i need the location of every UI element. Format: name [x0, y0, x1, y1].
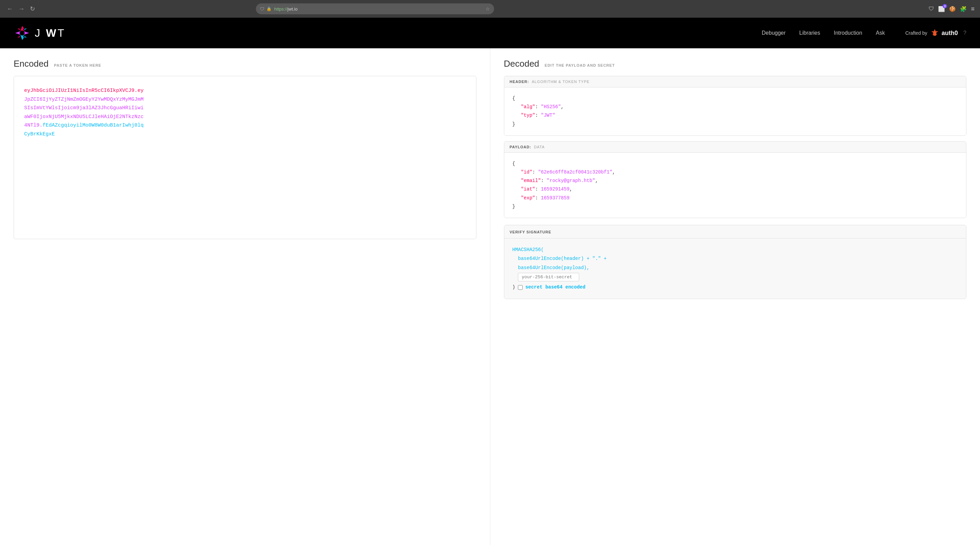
token-part-1: eyJhbGciOiJIUzI1NiIsInR5cCI6IkpXVCJ9.: [24, 88, 137, 94]
https-prefix: https://: [274, 6, 288, 11]
puzzle-icon[interactable]: 🧩: [960, 6, 967, 12]
logo-text: J WT: [35, 27, 66, 40]
token-part-6: 4NTl9.: [24, 122, 43, 128]
payload-open-brace: {: [512, 161, 515, 166]
payload-panel-body[interactable]: { "id": "62e6c6ff8a2cf0041c320bf1", "ema…: [504, 153, 966, 218]
payload-panel-header: PAYLOAD: DATA: [504, 141, 966, 153]
sig-body: HMACSHA256( base64UrlEncode(header) + ".…: [504, 238, 966, 299]
shield-icon: 🛡: [260, 6, 264, 11]
token-part-7: fEdAZcgqioyilMo0W8W0duB1arIwhj0lq: [43, 122, 143, 128]
exp-key: "exp": [521, 195, 535, 201]
id-key: "id": [521, 169, 533, 175]
token-part-3: JpZCI6IjYyZTZjNmZmOGEyY2YwMDQxYzMyMGJmM: [24, 97, 143, 102]
payload-close-brace: }: [512, 204, 515, 209]
base64-checkbox[interactable]: [518, 285, 523, 290]
encoded-section: Encoded PASTE A TOKEN HERE eyJhbGciOiJIU…: [0, 48, 490, 545]
header-panel-header: HEADER: ALGORITHM & TOKEN TYPE: [504, 76, 966, 87]
secret-input[interactable]: [518, 273, 579, 281]
browser-nav-buttons: ← → ↻: [5, 4, 37, 14]
menu-icon[interactable]: ≡: [971, 5, 975, 13]
badge-count: 8: [943, 4, 947, 8]
base64-row: ) secret base64 encoded: [512, 283, 958, 292]
base64-label: secret base64 encoded: [525, 283, 585, 292]
sig-line3: base64UrlEncode(payload),: [518, 265, 589, 270]
token-box[interactable]: eyJhbGciOiJIUzI1NiIsInR5cCI6IkpXVCJ9.ey …: [14, 76, 476, 239]
browser-right-icons: 🛡 ⬜ 8 🍪 🧩 ≡: [929, 5, 975, 13]
encoded-title: Encoded: [14, 59, 49, 69]
star-icon[interactable]: ☆: [485, 6, 490, 11]
jwt-logo-icon: [14, 24, 30, 41]
address-text: https://jwt.io: [274, 6, 483, 11]
nav-debugger[interactable]: Debugger: [762, 30, 786, 36]
decoded-title: Decoded: [504, 59, 539, 69]
svg-rect-6: [933, 32, 936, 36]
decoded-section: Decoded EDIT THE PAYLOAD AND SECRET HEAD…: [490, 48, 980, 545]
nav-ask[interactable]: Ask: [876, 30, 885, 36]
jwt-header: J WT Debugger Libraries Introduction Ask…: [0, 18, 980, 48]
payload-panel: PAYLOAD: DATA { "id": "62e6c6ff8a2cf0041…: [504, 141, 967, 218]
address-bar-icons: 🛡 🔒: [260, 6, 272, 11]
payload-panel-subtitle: DATA: [534, 145, 545, 149]
token-part-2: ey: [137, 88, 143, 94]
header-close-brace: }: [512, 121, 515, 127]
header-panel-title: HEADER:: [510, 79, 529, 84]
alg-key: "alg": [521, 104, 535, 110]
auth0-logo-icon: [930, 28, 940, 38]
decoded-section-title: Decoded EDIT THE PAYLOAD AND SECRET: [504, 59, 967, 69]
cookie-icon[interactable]: 🍪: [949, 6, 956, 12]
reload-button[interactable]: ↻: [29, 4, 37, 14]
sig-function: HMACSHA256(: [512, 247, 544, 253]
encoded-subtitle: PASTE A TOKEN HERE: [54, 63, 102, 67]
signature-section: VERIFY SIGNATURE HMACSHA256( base64UrlEn…: [504, 225, 967, 299]
token-part-5: aWF0IjoxNjU5MjkxNDU5LCJleHAiOjE2NTkzNzc: [24, 114, 143, 120]
alg-value: "HS256": [541, 104, 561, 110]
typ-key: "typ": [521, 113, 535, 118]
auth0-logo: auth0: [930, 28, 958, 38]
address-bar[interactable]: 🛡 🔒 https://jwt.io ☆: [256, 3, 494, 14]
exp-value: 1659377859: [541, 195, 570, 201]
sig-header-title: VERIFY SIGNATURE: [510, 230, 552, 234]
main-content: Encoded PASTE A TOKEN HERE eyJhbGciOiJIU…: [0, 48, 980, 545]
id-value: "62e6c6ff8a2cf0041c320bf1": [538, 169, 612, 175]
header-panel-subtitle: ALGORITHM & TOKEN TYPE: [532, 79, 590, 84]
forward-button[interactable]: →: [17, 4, 26, 14]
badge-icon[interactable]: ⬜ 8: [938, 6, 945, 12]
email-value: "rocky@graph.htb": [546, 178, 595, 183]
auth0-text: auth0: [942, 30, 958, 37]
nav-introduction[interactable]: Introduction: [834, 30, 862, 36]
lock-icon: 🔒: [266, 6, 272, 11]
iat-key: "iat": [521, 186, 535, 192]
browser-chrome: ← → ↻ 🛡 🔒 https://jwt.io ☆ 🛡 ⬜ 8 🍪 🧩 ≡: [0, 0, 980, 18]
typ-value: "JWT": [541, 113, 555, 118]
sig-header: VERIFY SIGNATURE: [504, 225, 966, 238]
help-icon[interactable]: ?: [963, 30, 966, 36]
shield-browser-icon[interactable]: 🛡: [929, 6, 934, 12]
token-part-4: SIsImVtYWlsIjoicm9ja3lAZ3JhcGguaHRiIiwi: [24, 105, 143, 111]
header-open-brace: {: [512, 95, 515, 101]
header-panel: HEADER: ALGORITHM & TOKEN TYPE { "alg": …: [504, 76, 967, 136]
jwt-logo: J WT: [14, 24, 66, 41]
back-button[interactable]: ←: [5, 4, 14, 14]
payload-panel-title: PAYLOAD:: [510, 145, 531, 149]
jwt-nav: Debugger Libraries Introduction Ask: [762, 30, 885, 36]
decoded-subtitle: EDIT THE PAYLOAD AND SECRET: [545, 63, 615, 67]
url-host: jwt.io: [288, 6, 298, 11]
sig-line2: base64UrlEncode(header) + "." +: [518, 256, 606, 261]
iat-value: 1659291459: [541, 186, 570, 192]
encoded-section-title: Encoded PASTE A TOKEN HERE: [14, 59, 476, 69]
sig-close-paren: ): [512, 283, 515, 292]
email-key: "email": [521, 178, 541, 183]
nav-libraries[interactable]: Libraries: [799, 30, 820, 36]
crafted-by: Crafted by auth0 ?: [905, 28, 966, 38]
token-part-8: CyBrKkEgxE: [24, 131, 55, 137]
crafted-by-text: Crafted by: [905, 30, 927, 36]
header-panel-body[interactable]: { "alg": "HS256", "typ": "JWT" }: [504, 87, 966, 135]
